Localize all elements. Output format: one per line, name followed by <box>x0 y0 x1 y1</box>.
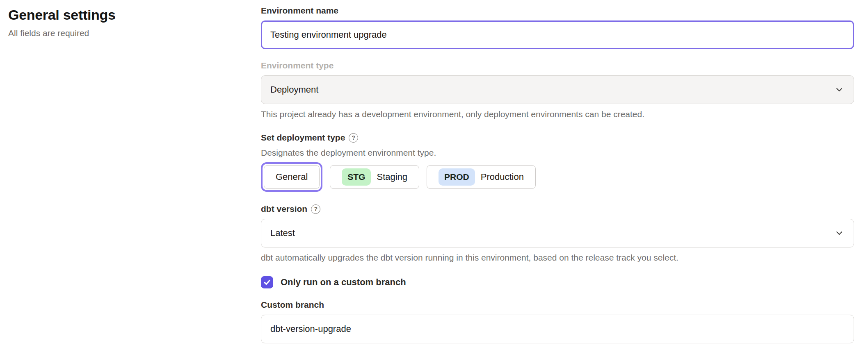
dbt-version-helper: dbt automatically upgrades the dbt versi… <box>261 252 854 263</box>
environment-settings-page: General settings All fields are required… <box>0 0 868 354</box>
selected-option-ring: General <box>261 162 322 192</box>
custom-branch-input[interactable] <box>261 315 854 343</box>
custom-branch-checkbox[interactable] <box>261 276 273 288</box>
custom-branch-checkbox-label[interactable]: Only run on a custom branch <box>281 277 406 288</box>
custom-branch-field: Custom branch <box>261 299 854 343</box>
dbt-version-value: Latest <box>270 228 295 238</box>
custom-branch-checkbox-row: Only run on a custom branch <box>261 276 854 288</box>
environment-type-field: Environment type Deployment This project… <box>261 60 854 120</box>
custom-branch-label: Custom branch <box>261 299 854 311</box>
settings-form: Environment name Environment type Deploy… <box>261 5 854 343</box>
environment-name-field: Environment name <box>261 5 854 49</box>
chevron-down-icon <box>834 84 845 95</box>
deployment-type-options: General STG Staging PROD Production <box>261 162 854 192</box>
dbt-version-label-text: dbt version <box>261 203 307 215</box>
environment-type-value: Deployment <box>270 84 318 95</box>
deployment-type-staging-button[interactable]: STG Staging <box>330 165 419 189</box>
checkmark-icon <box>263 278 271 286</box>
dbt-version-field: dbt version ? Latest dbt automatically u… <box>261 203 854 263</box>
deployment-type-label: Set deployment type ? <box>261 132 854 143</box>
general-option-label: General <box>276 172 308 182</box>
deployment-type-field: Set deployment type ? Designates the dep… <box>261 132 854 192</box>
production-option-label: Production <box>481 172 524 182</box>
environment-type-select: Deployment <box>261 75 854 104</box>
production-badge: PROD <box>439 168 475 186</box>
deployment-type-general-button[interactable]: General <box>264 165 320 189</box>
deployment-type-helper: Designates the deployment environment ty… <box>261 148 854 158</box>
chevron-down-icon <box>834 228 845 238</box>
settings-header: General settings All fields are required <box>8 7 238 38</box>
staging-option-label: Staging <box>377 172 407 182</box>
environment-type-helper: This project already has a development e… <box>261 109 854 120</box>
deployment-type-production-button[interactable]: PROD Production <box>427 165 536 189</box>
staging-badge: STG <box>342 168 371 186</box>
dbt-version-label: dbt version ? <box>261 203 854 215</box>
deployment-type-label-text: Set deployment type <box>261 132 345 143</box>
page-title: General settings <box>8 7 238 23</box>
dbt-version-select[interactable]: Latest <box>261 219 854 247</box>
environment-name-label: Environment name <box>261 5 854 16</box>
help-icon[interactable]: ? <box>349 133 358 143</box>
environment-type-label: Environment type <box>261 60 854 71</box>
environment-name-input[interactable] <box>261 20 854 49</box>
help-icon[interactable]: ? <box>311 204 320 214</box>
page-subtitle: All fields are required <box>8 28 238 38</box>
